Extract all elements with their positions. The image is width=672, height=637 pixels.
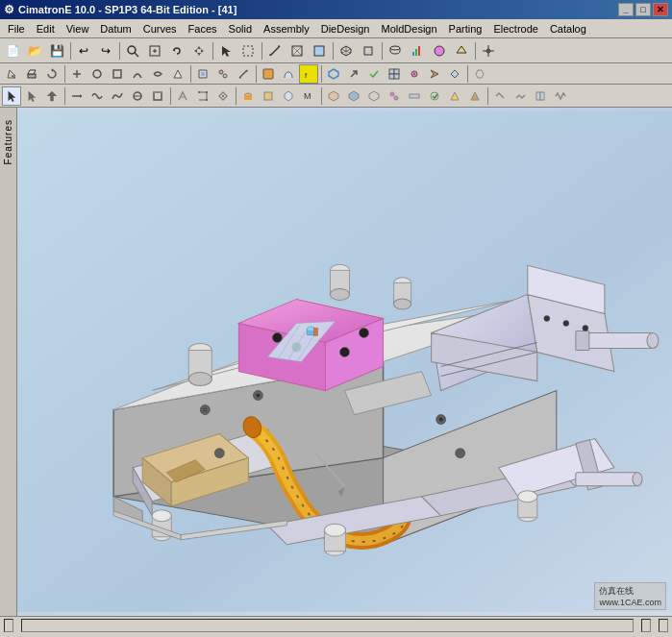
sketch-button[interactable] bbox=[2, 64, 21, 84]
row3-btn-17[interactable] bbox=[405, 86, 424, 106]
undo-button[interactable]: ↩ bbox=[73, 40, 94, 61]
rotate-button[interactable] bbox=[166, 40, 187, 61]
tb2-btn-16[interactable] bbox=[385, 64, 404, 84]
menu-solid[interactable]: Solid bbox=[223, 21, 258, 37]
menu-parting[interactable]: Parting bbox=[443, 21, 488, 37]
layer-button[interactable] bbox=[385, 40, 406, 61]
viewport-3d[interactable]: 仿真在线 www.1CAE.com bbox=[17, 108, 672, 616]
measure-button[interactable] bbox=[264, 40, 286, 61]
pan-button[interactable] bbox=[188, 40, 210, 61]
isometric-view-button[interactable] bbox=[336, 40, 357, 61]
row3-btn-7[interactable] bbox=[193, 86, 212, 106]
save-button[interactable]: 💾 bbox=[46, 40, 67, 61]
model-color-button[interactable] bbox=[429, 40, 450, 61]
row3-btn-24[interactable] bbox=[551, 86, 570, 106]
shaded-button[interactable] bbox=[309, 40, 330, 61]
open-button[interactable]: 📂 bbox=[24, 40, 45, 61]
row3-btn-4[interactable] bbox=[128, 86, 147, 106]
row3-btn-2[interactable] bbox=[87, 86, 107, 106]
row3-btn-22[interactable] bbox=[510, 86, 530, 106]
svg-point-119 bbox=[633, 473, 642, 486]
snap-button[interactable] bbox=[478, 40, 499, 61]
select-button[interactable] bbox=[215, 40, 236, 61]
row3-btn-13[interactable] bbox=[324, 86, 343, 106]
svg-rect-64 bbox=[244, 95, 252, 100]
close-button[interactable]: ✕ bbox=[653, 3, 668, 16]
revolve-button[interactable] bbox=[42, 64, 62, 84]
svg-point-39 bbox=[219, 70, 223, 74]
row3-btn-11[interactable] bbox=[279, 86, 298, 106]
svg-point-147 bbox=[214, 449, 224, 458]
tb2-btn-14[interactable] bbox=[344, 64, 363, 84]
svg-marker-66 bbox=[285, 91, 292, 101]
cursor-select-button[interactable] bbox=[2, 86, 21, 106]
tb2-btn-13[interactable] bbox=[324, 64, 343, 84]
tb2-btn-6[interactable] bbox=[168, 64, 187, 84]
analysis-button[interactable] bbox=[407, 40, 428, 61]
row3-btn-15[interactable] bbox=[364, 86, 384, 106]
menu-curves[interactable]: Curves bbox=[137, 21, 183, 37]
tb2-btn-8[interactable] bbox=[213, 64, 233, 84]
row3-btn-6[interactable] bbox=[173, 86, 192, 106]
tb2-btn-19[interactable] bbox=[445, 64, 464, 84]
row3-btn-16[interactable] bbox=[385, 86, 404, 106]
menu-assembly[interactable]: Assembly bbox=[258, 21, 315, 37]
tb2-btn-3[interactable] bbox=[108, 64, 127, 84]
render-button[interactable] bbox=[451, 40, 472, 61]
menu-faces[interactable]: Faces bbox=[183, 21, 223, 37]
menu-edit[interactable]: Edit bbox=[31, 21, 61, 37]
tb2-btn-20[interactable] bbox=[470, 64, 489, 84]
menu-file[interactable]: File bbox=[2, 21, 31, 37]
tb2-btn-9[interactable] bbox=[234, 64, 253, 84]
row3-btn-19[interactable] bbox=[445, 86, 464, 106]
wireframe-button[interactable] bbox=[286, 40, 308, 61]
row3-btn-8[interactable] bbox=[213, 86, 233, 106]
new-button[interactable]: 📄 bbox=[2, 40, 23, 61]
zoom-button[interactable] bbox=[144, 40, 165, 61]
menu-view[interactable]: View bbox=[61, 21, 95, 37]
minimize-button[interactable]: _ bbox=[618, 3, 634, 16]
tb2-btn-18[interactable] bbox=[425, 64, 444, 84]
row3-btn-23[interactable] bbox=[531, 86, 550, 106]
row3-btn-1[interactable] bbox=[67, 86, 87, 106]
maximize-button[interactable]: □ bbox=[635, 3, 651, 16]
redo-button[interactable]: ↪ bbox=[95, 40, 116, 61]
row3-btn-5[interactable] bbox=[148, 86, 167, 106]
view-fit-button[interactable] bbox=[122, 40, 143, 61]
tb2-btn-4[interactable] bbox=[128, 64, 147, 84]
tb2-btn-10[interactable] bbox=[259, 64, 278, 84]
tb2-btn-11[interactable] bbox=[279, 64, 298, 84]
menu-electrode[interactable]: Electrode bbox=[487, 21, 543, 37]
row3-btn-21[interactable] bbox=[490, 86, 510, 106]
row3-btn-14[interactable] bbox=[344, 86, 363, 106]
extrude-button[interactable] bbox=[22, 64, 41, 84]
tb2-btn-12[interactable]: f bbox=[299, 64, 318, 84]
row3-btn-18[interactable] bbox=[425, 86, 444, 106]
svg-rect-73 bbox=[410, 94, 419, 98]
tb2-btn-1[interactable] bbox=[67, 64, 87, 84]
tb2-btn-5[interactable] bbox=[148, 64, 167, 84]
row3-btn-10[interactable] bbox=[259, 86, 278, 106]
tb2-btn-15[interactable] bbox=[364, 64, 384, 84]
separator-1 bbox=[68, 40, 72, 61]
row3-btn-20[interactable] bbox=[465, 86, 485, 106]
row3-btn-12[interactable]: M bbox=[299, 86, 318, 106]
row3-btn-9[interactable] bbox=[238, 86, 258, 106]
svg-point-87 bbox=[272, 332, 282, 342]
svg-marker-9 bbox=[201, 49, 204, 53]
front-view-button[interactable] bbox=[358, 40, 379, 61]
arrow2-button[interactable] bbox=[42, 86, 62, 106]
tb2-btn-7[interactable] bbox=[193, 64, 212, 84]
select-box-button[interactable] bbox=[237, 40, 259, 61]
menu-datum[interactable]: Datum bbox=[94, 21, 137, 37]
svg-line-41 bbox=[239, 70, 247, 78]
row3-btn-3[interactable] bbox=[108, 86, 127, 106]
svg-point-52 bbox=[413, 73, 415, 75]
title-bar-controls[interactable]: _ □ ✕ bbox=[618, 3, 668, 16]
menu-diedesign[interactable]: DieDesign bbox=[315, 21, 376, 37]
menu-molddesign[interactable]: MoldDesign bbox=[375, 21, 442, 37]
tb2-btn-17[interactable] bbox=[405, 64, 424, 84]
menu-catalog[interactable]: Catalog bbox=[544, 21, 592, 37]
arrow-select-button[interactable] bbox=[22, 86, 41, 106]
tb2-btn-2[interactable] bbox=[87, 64, 107, 84]
